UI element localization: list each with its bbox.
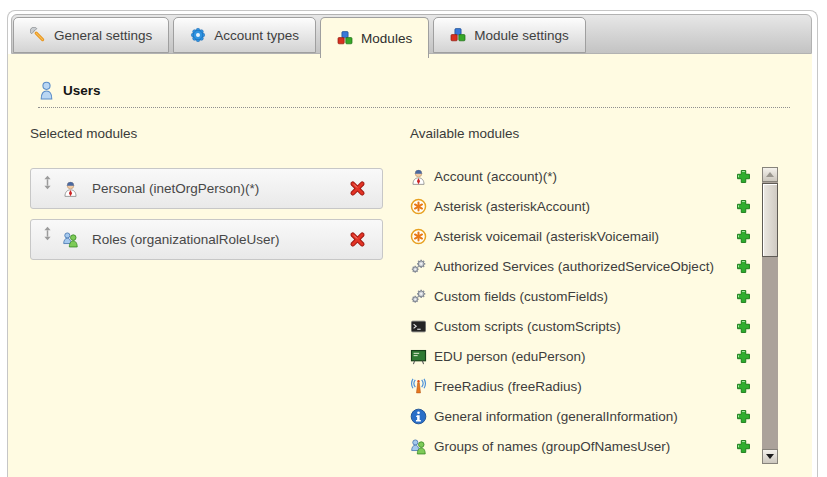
move-handle-icon[interactable] (43, 175, 52, 190)
gears-icon (410, 288, 427, 305)
available-modules-header: Available modules (410, 126, 519, 141)
available-module-row: Custom scripts (customScripts) (410, 311, 752, 341)
group-icon (62, 231, 79, 248)
tab-module-settings[interactable]: Module settings (433, 17, 586, 53)
available-modules-list: Account (account)(*) Asterisk (asteriskA… (410, 161, 778, 461)
gear-icon (190, 27, 206, 43)
section-header: Users (38, 81, 790, 108)
info-icon (410, 408, 427, 425)
gears-icon (410, 258, 427, 275)
add-module-button[interactable] (735, 258, 752, 275)
available-modules-scrollbar[interactable] (762, 167, 778, 464)
scroll-down-icon (766, 454, 774, 459)
move-handle-icon[interactable] (43, 226, 52, 241)
available-module-row: Groups of names (groupOfNamesUser) (410, 431, 752, 461)
available-module-row: General information (generalInformation) (410, 401, 752, 431)
selected-modules-list: Personal (inetOrgPerson)(*) Roles (organ… (30, 168, 383, 270)
tab-general-settings[interactable]: General settings (13, 17, 169, 53)
add-module-button[interactable] (735, 228, 752, 245)
tab-bar: General settings Account types Modules M… (11, 14, 812, 54)
scrollbar-thumb[interactable] (762, 183, 778, 257)
asterisk-icon (410, 228, 427, 245)
section-title: Users (63, 83, 101, 98)
configuration-widget: General settings Account types Modules M… (7, 10, 818, 477)
terminal-icon (410, 318, 427, 335)
person-icon (62, 180, 79, 197)
selected-module-row[interactable]: Roles (organizationalRoleUser) (30, 219, 383, 260)
module-settings-icon (450, 27, 466, 43)
available-module-row: Asterisk voicemail (asteriskVoicemail) (410, 221, 752, 251)
modules-icon (337, 30, 353, 46)
selected-modules-header: Selected modules (30, 126, 137, 141)
user-icon (38, 81, 55, 100)
wrench-icon (30, 27, 46, 43)
add-module-button[interactable] (735, 378, 752, 395)
add-module-button[interactable] (735, 438, 752, 455)
available-module-row: Authorized Services (authorizedServiceOb… (410, 251, 752, 281)
add-module-button[interactable] (735, 198, 752, 215)
add-module-button[interactable] (735, 288, 752, 305)
available-module-row: Custom fields (customFields) (410, 281, 752, 311)
tab-modules[interactable]: Modules (320, 17, 429, 58)
available-module-row: Account (account)(*) (410, 161, 752, 191)
add-module-button[interactable] (735, 348, 752, 365)
scroll-up-icon (766, 172, 774, 177)
tab-account-types[interactable]: Account types (173, 17, 316, 53)
available-module-row: EDU person (eduPerson) (410, 341, 752, 371)
add-module-button[interactable] (735, 408, 752, 425)
add-module-button[interactable] (735, 168, 752, 185)
scroll-down-button[interactable] (762, 449, 778, 464)
board-icon (410, 348, 427, 365)
scroll-up-button[interactable] (762, 167, 778, 182)
person-icon (410, 168, 427, 185)
remove-module-button[interactable] (349, 231, 366, 248)
available-module-row: FreeRadius (freeRadius) (410, 371, 752, 401)
modules-panel: Users Selected modules Available modules… (8, 54, 812, 477)
selected-module-row[interactable]: Personal (inetOrgPerson)(*) (30, 168, 383, 209)
group-icon (410, 438, 427, 455)
asterisk-icon (410, 198, 427, 215)
available-modules-area: Account (account)(*) Asterisk (asteriskA… (410, 161, 778, 467)
antenna-icon (410, 378, 427, 395)
remove-module-button[interactable] (349, 180, 366, 197)
add-module-button[interactable] (735, 318, 752, 335)
available-module-row: Asterisk (asteriskAccount) (410, 191, 752, 221)
